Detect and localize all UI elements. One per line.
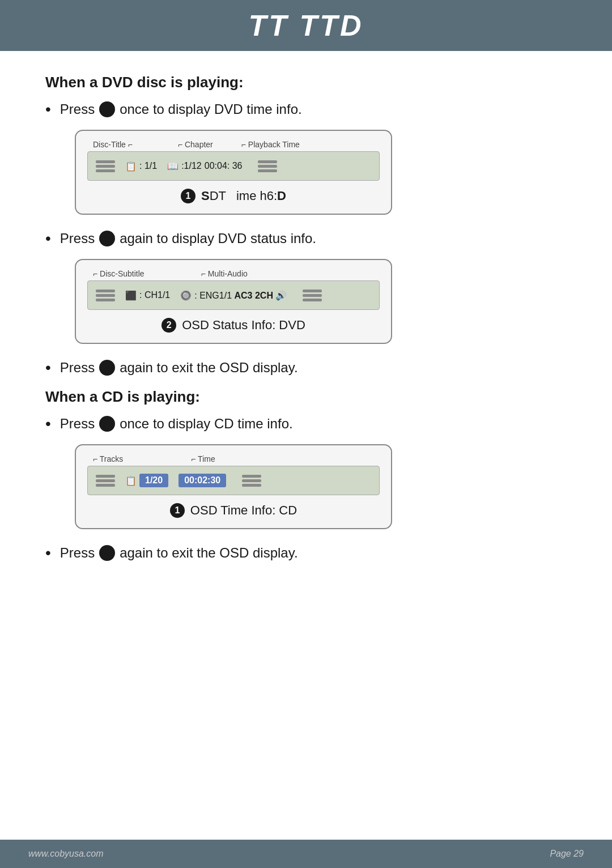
- press-button-2[interactable]: [99, 231, 115, 246]
- dvd-status-footer-text: OSD Status Info: DVD: [182, 318, 305, 333]
- dvd-bullet-1-suffix: once to display DVD time info.: [120, 101, 301, 117]
- disc-icon: 📋: [125, 161, 137, 172]
- page-footer: www.cobyusa.com Page 29: [0, 840, 612, 868]
- status-lines-left: [96, 290, 115, 301]
- cd-time-inner: 📋 1/20 00:02:30: [87, 466, 380, 495]
- cd-disc-icon: 📋: [125, 475, 137, 486]
- dvd-bullet-2: • Press again to display DVD status info…: [45, 231, 567, 246]
- cd-lines-left: [96, 475, 115, 487]
- cd-time-value: 00:02:30: [178, 474, 226, 487]
- status-lines-right: [303, 290, 322, 301]
- press-label-3: Press: [60, 360, 95, 376]
- dvd-time-badge: 1: [181, 189, 196, 203]
- press-label-1: Press: [60, 101, 95, 117]
- section-dvd: When a DVD disc is playing: • Press once…: [45, 74, 567, 376]
- cd-time-footer-text: OSD Time Info: CD: [190, 503, 297, 518]
- dvd-time-labels: Disc-Title ⌐ ⌐ Chapter ⌐ Playback Time: [87, 140, 380, 151]
- dvd-bullet-2-suffix: again to display DVD status info.: [120, 231, 316, 246]
- dvd-bullet-1-text: Press once to display DVD time info.: [60, 101, 302, 117]
- cd-time-labels: ⌐ Tracks ⌐ Time: [87, 454, 380, 466]
- dvd-status-labels: ⌐ Disc-Subtitle ⌐ Multi-Audio: [87, 269, 380, 280]
- dvd-time-box: Disc-Title ⌐ ⌐ Chapter ⌐ Playback Time 📋: [75, 130, 392, 215]
- footer-page: Page 29: [550, 849, 584, 859]
- time-value: 00:04: 36: [205, 161, 243, 171]
- subtitle-icon: ⬛: [125, 290, 137, 301]
- footer-url: www.cobyusa.com: [28, 849, 104, 859]
- bullet-dot-2: •: [45, 231, 51, 246]
- bullet-dot-1: •: [45, 101, 51, 117]
- bullet-dot-3: •: [45, 360, 51, 376]
- page-header: TT TTD: [0, 0, 612, 51]
- content-area: When a DVD disc is playing: • Press once…: [0, 51, 612, 619]
- chapter-icon: 📖: [167, 161, 178, 172]
- audio-value: : ENG1/1 AC3 2CH 🔊: [194, 290, 287, 301]
- cd-press-label-2: Press: [60, 545, 95, 561]
- disc-subtitle-label: ⌐ Disc-Subtitle: [93, 269, 144, 278]
- cd-bullet-2-suffix: again to exit the OSD display.: [120, 545, 298, 561]
- cd-lines-right: [242, 475, 261, 487]
- cd-press-label-1: Press: [60, 416, 95, 432]
- disc-value: : 1/1: [139, 161, 157, 171]
- press-label-2: Press: [60, 231, 95, 246]
- dvd-bullet-2-text: Press again to display DVD status info.: [60, 231, 316, 246]
- multi-audio-label: ⌐ Multi-Audio: [201, 269, 248, 278]
- tracks-label: ⌐ Tracks: [93, 454, 123, 463]
- cd-bullet-dot-2: •: [45, 545, 51, 561]
- dvd-lines-right: [258, 160, 277, 172]
- dvd-bullet-1: • Press once to display DVD time info.: [45, 101, 567, 117]
- cd-time-badge: 1: [170, 503, 185, 518]
- cd-press-button-1[interactable]: [99, 416, 115, 432]
- disc-title-label: Disc-Title ⌐: [93, 140, 133, 149]
- dvd-chapter-section: 📖 :1/12 00:04: 36: [167, 161, 242, 172]
- dvd-status-footer: 2 OSD Status Info: DVD: [87, 316, 380, 334]
- dvd-disc-section: 📋 : 1/1: [125, 161, 157, 172]
- dvd-lines-left: [96, 160, 115, 172]
- dvd-status-inner: ⬛ : CH1/1 🔘 : ENG1/1 AC3 2CH 🔊: [87, 280, 380, 310]
- audio-icon: 🔘: [180, 290, 192, 301]
- dvd-bullet-3: • Press again to exit the OSD display.: [45, 360, 567, 376]
- cd-section-heading: When a CD is playing:: [45, 388, 567, 406]
- dvd-section-heading: When a DVD disc is playing:: [45, 74, 567, 91]
- dvd-time-footer-text: SDT ime h6:D: [201, 189, 286, 203]
- cd-bullet-1-text: Press once to display CD time info.: [60, 416, 293, 432]
- press-button-1[interactable]: [99, 101, 115, 117]
- status-subtitle-section: ⬛ : CH1/1: [125, 290, 170, 301]
- cd-time-footer: 1 OSD Time Info: CD: [87, 501, 380, 519]
- dvd-bullet-3-text: Press again to exit the OSD display.: [60, 360, 298, 376]
- dvd-status-badge: 2: [162, 318, 176, 333]
- dvd-time-inner: 📋 : 1/1 📖 :1/12 00:04: 36: [87, 151, 380, 181]
- time-label: ⌐ Time: [191, 454, 215, 463]
- cd-press-button-2[interactable]: [99, 545, 115, 561]
- cd-track-section: 📋 1/20: [125, 474, 168, 487]
- status-audio-section: 🔘 : ENG1/1 AC3 2CH 🔊: [180, 290, 287, 301]
- cd-bullet-2: • Press again to exit the OSD display.: [45, 545, 567, 561]
- subtitle-value: : CH1/1: [139, 290, 170, 300]
- cd-bullet-1-suffix: once to display CD time info.: [120, 416, 292, 432]
- chapter-value: :1/12: [181, 161, 202, 171]
- cd-bullet-dot-1: •: [45, 416, 51, 432]
- page-title: TT TTD: [248, 8, 363, 42]
- cd-time-box: ⌐ Tracks ⌐ Time 📋 1/20 00:02:30: [75, 444, 392, 529]
- press-button-3[interactable]: [99, 360, 115, 376]
- section-cd: When a CD is playing: • Press once to di…: [45, 388, 567, 561]
- dvd-bullet-3-suffix: again to exit the OSD display.: [120, 360, 298, 376]
- chapter-label: ⌐ Chapter: [178, 140, 213, 149]
- playback-time-label: ⌐ Playback Time: [241, 140, 300, 149]
- cd-bullet-2-text: Press again to exit the OSD display.: [60, 545, 298, 561]
- cd-bullet-1: • Press once to display CD time info.: [45, 416, 567, 432]
- cd-track-value: 1/20: [139, 474, 168, 487]
- dvd-time-footer: 1 SDT ime h6:D: [87, 186, 380, 205]
- cd-time-section: 00:02:30: [178, 474, 226, 487]
- dvd-status-box: ⌐ Disc-Subtitle ⌐ Multi-Audio ⬛ : CH1/1: [75, 259, 392, 344]
